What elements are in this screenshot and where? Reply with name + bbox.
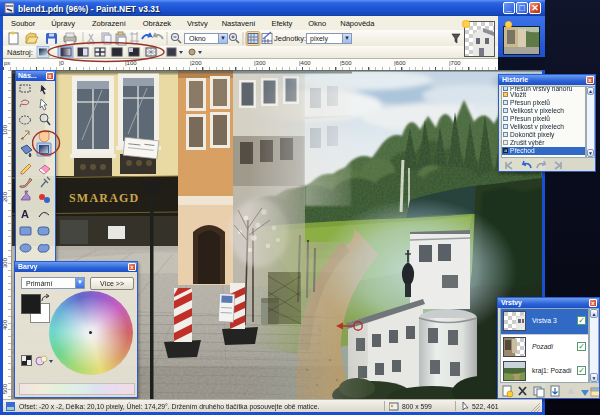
svg-text:A: A	[21, 208, 29, 220]
svg-text:SMARAGD: SMARAGD	[69, 191, 139, 205]
